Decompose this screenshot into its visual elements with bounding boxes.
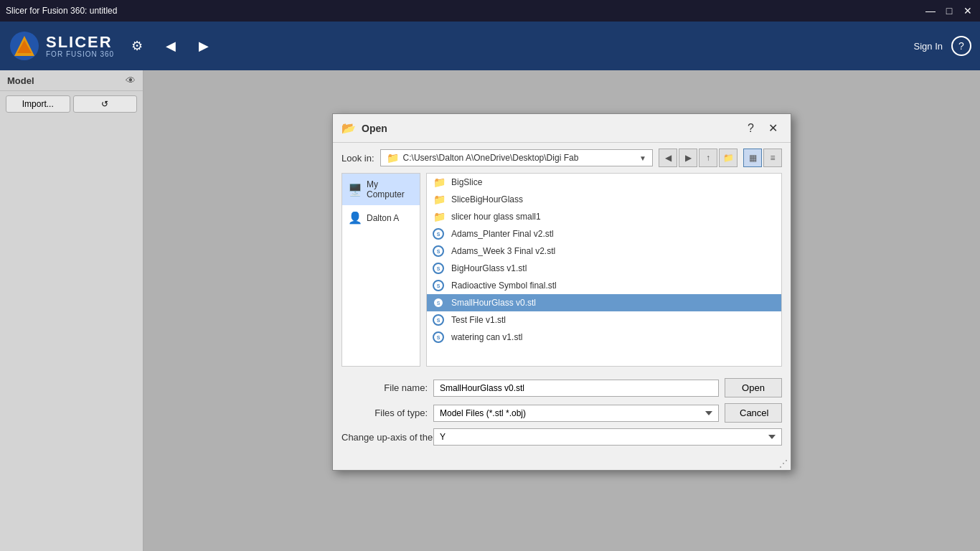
app-title: Slicer for Fusion 360: untitled	[6, 6, 117, 16]
folder-icon: 📁	[433, 194, 446, 205]
panel-title: Model	[7, 75, 34, 86]
import-button[interactable]: Import...	[6, 95, 70, 113]
logo-area: SLICER FOR FUSION 360	[9, 30, 114, 62]
view-list-button[interactable]: ≡	[763, 149, 782, 167]
file-name: watering can v1.stl	[451, 332, 522, 342]
nav-forward-button[interactable]: ▶	[679, 149, 697, 167]
main-content: 📂 Open ? ✕ Look in: 📁 C:\Users\Dalton A\…	[143, 70, 980, 551]
stl-icon: S	[433, 331, 446, 343]
resize-handle[interactable]: ⋰	[333, 457, 791, 470]
file-item-adams-week3[interactable]: S Adams_Week 3 Final v2.stl	[427, 242, 781, 260]
panel-actions: Import... ↺	[0, 91, 143, 117]
stl-icon: S	[433, 314, 446, 326]
stl-icon: S	[433, 297, 446, 309]
dialog-sidebar: 🖥️ My Computer 👤 Dalton A	[341, 173, 420, 367]
file-name: Adams_Week 3 Final v2.stl	[451, 246, 555, 256]
file-name: BigHourGlass v1.stl	[451, 263, 527, 273]
file-item-bigslice[interactable]: 📁 BigSlice	[427, 174, 781, 191]
nav-buttons: ◀ ▶ ↑ 📁	[659, 149, 738, 167]
computer-icon: 🖥️	[348, 183, 362, 197]
dialog-form: File name: Open Files of type: Model Fil…	[333, 372, 791, 457]
file-list-container[interactable]: 📁 BigSlice 📁 SliceBigHourGlass 📁 slicer …	[426, 173, 782, 367]
look-in-bar: Look in: 📁 C:\Users\Dalton A\OneDrive\De…	[333, 143, 791, 173]
sidebar-item-dalton-a[interactable]: 👤 Dalton A	[342, 205, 420, 230]
file-item-adams-planter[interactable]: S Adams_Planter Final v2.stl	[427, 225, 781, 242]
file-item-test-file[interactable]: S Test File v1.stl	[427, 311, 781, 329]
filename-input[interactable]	[433, 380, 719, 397]
file-name: slicer hour glass small1	[451, 212, 541, 222]
redo-button[interactable]: ▶	[193, 35, 215, 57]
filetype-select[interactable]: Model Files (*.stl *.obj) All Files (*.*…	[433, 405, 719, 422]
file-name: SmallHourGlass v0.stl	[451, 298, 536, 308]
sidebar-item-label: My Computer	[367, 179, 414, 199]
nav-new-folder-button[interactable]: 📁	[719, 149, 738, 167]
upaxis-row: Change up-axis of the mesh to: X Y Z	[341, 428, 782, 446]
folder-icon: 📁	[433, 211, 446, 222]
file-name: BigSlice	[451, 177, 482, 187]
file-item-bighourglass[interactable]: S BigHourGlass v1.stl	[427, 260, 781, 277]
upaxis-label: Change up-axis of the mesh to:	[341, 432, 428, 443]
open-button[interactable]: Open	[725, 378, 782, 397]
nav-back-button[interactable]: ◀	[659, 149, 677, 167]
file-item-smallhourglass[interactable]: S SmallHourGlass v0.stl	[427, 294, 781, 311]
undo-button[interactable]: ◀	[160, 35, 182, 57]
user-icon: 👤	[348, 211, 362, 225]
stl-icon: S	[433, 245, 446, 257]
folder-icon: 📁	[433, 176, 446, 188]
titlebar-controls: — □ ✕	[924, 4, 974, 17]
upaxis-select[interactable]: X Y Z	[433, 428, 782, 446]
dialog-folder-icon: 📂	[341, 121, 356, 135]
filetype-label: Files of type:	[341, 408, 428, 418]
dialog-titlebar: 📂 Open ? ✕	[333, 114, 791, 143]
file-name: Radioactive Symbol final.stl	[451, 281, 557, 291]
form-button-col-1: Open	[725, 378, 782, 397]
look-in-path[interactable]: 📁 C:\Users\Dalton A\OneDrive\Desktop\Dig…	[380, 149, 653, 166]
minimize-button[interactable]: —	[924, 4, 937, 17]
refresh-button[interactable]: ↺	[73, 95, 138, 113]
open-dialog: 📂 Open ? ✕ Look in: 📁 C:\Users\Dalton A\…	[332, 113, 791, 471]
sign-in-button[interactable]: Sign In	[914, 41, 943, 52]
nav-up-button[interactable]: ↑	[699, 149, 717, 167]
sidebar-item-label: Dalton A	[367, 213, 399, 223]
panel-header: Model 👁	[0, 70, 143, 91]
file-name: Test File v1.stl	[451, 315, 506, 325]
app-toolbar: SLICER FOR FUSION 360 ⚙ ◀ ▶ Sign In ?	[0, 22, 980, 70]
file-item-radioactive[interactable]: S Radioactive Symbol final.stl	[427, 277, 781, 294]
dialog-close-button[interactable]: ✕	[764, 120, 782, 136]
filetype-row: Files of type: Model Files (*.stl *.obj)…	[341, 403, 782, 423]
file-item-slicer-hour-glass-small1[interactable]: 📁 slicer hour glass small1	[427, 208, 781, 225]
logo-subtitle: FOR FUSION 360	[46, 50, 114, 58]
view-buttons: ▦ ≡	[743, 149, 782, 167]
dialog-title-right: ? ✕	[743, 120, 782, 136]
titlebar: Slicer for Fusion 360: untitled — □ ✕	[0, 0, 980, 22]
cancel-button[interactable]: Cancel	[725, 403, 782, 423]
dialog-title-left: 📂 Open	[341, 121, 387, 135]
logo-title: SLICER	[46, 34, 114, 50]
close-button[interactable]: ✕	[961, 4, 974, 17]
path-text: C:\Users\Dalton A\OneDrive\Desktop\Digi …	[403, 153, 636, 163]
file-item-slicebighourglass[interactable]: 📁 SliceBigHourGlass	[427, 191, 781, 208]
maximize-button[interactable]: □	[943, 4, 956, 17]
look-in-label: Look in:	[341, 153, 374, 164]
panel-visibility-button[interactable]: 👁	[126, 75, 136, 86]
file-name: SliceBigHourGlass	[451, 194, 523, 204]
settings-button[interactable]: ⚙	[126, 35, 149, 57]
left-panel: Model 👁 Import... ↺	[0, 70, 143, 551]
sidebar-item-my-computer[interactable]: 🖥️ My Computer	[342, 174, 420, 205]
dialog-body: 🖥️ My Computer 👤 Dalton A 📁 BigSlice	[333, 173, 791, 372]
stl-icon: S	[433, 280, 446, 291]
file-item-watering-can[interactable]: S watering can v1.stl	[427, 329, 781, 346]
form-button-col-2: Cancel	[725, 403, 782, 423]
dialog-title-text: Open	[362, 123, 387, 134]
filename-label: File name:	[341, 382, 428, 393]
logo-text: SLICER FOR FUSION 360	[46, 34, 114, 58]
dialog-help-button[interactable]: ?	[743, 121, 758, 136]
path-folder-icon: 📁	[387, 152, 399, 164]
stl-icon: S	[433, 228, 446, 240]
filename-row: File name: Open	[341, 378, 782, 397]
path-dropdown-button[interactable]: ▼	[639, 154, 646, 162]
view-icons-button[interactable]: ▦	[743, 149, 762, 167]
help-button[interactable]: ?	[951, 36, 971, 56]
toolbar-right: Sign In ?	[914, 36, 971, 56]
logo-icon	[9, 30, 40, 62]
